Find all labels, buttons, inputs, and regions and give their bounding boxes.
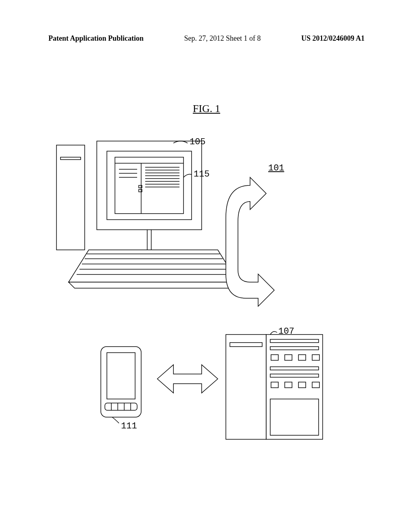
desktop-tower-icon — [56, 145, 85, 250]
leader-107 — [270, 331, 277, 335]
ref-111: 111 — [121, 421, 137, 431]
ref-105: 105 — [190, 137, 206, 147]
leader-111 — [112, 417, 119, 423]
header-right: US 2012/0246009 A1 — [301, 34, 365, 43]
ref-107: 107 — [278, 326, 294, 337]
svg-rect-39 — [266, 335, 323, 439]
server-icon — [226, 335, 323, 439]
header-center: Sep. 27, 2012 Sheet 1 of 8 — [184, 34, 261, 43]
svg-marker-36 — [157, 365, 218, 393]
svg-marker-22 — [69, 250, 238, 282]
figure-label: FIG. 1 — [193, 103, 220, 115]
double-arrow-icon — [157, 365, 218, 393]
diagram-canvas: 105 115 101 107 111 — [48, 133, 365, 463]
svg-rect-2 — [97, 141, 202, 230]
svg-marker-28 — [69, 282, 238, 288]
svg-rect-37 — [226, 335, 266, 439]
header-left: Patent Application Publication — [48, 34, 144, 43]
page-header: Patent Application Publication Sep. 27, … — [0, 34, 413, 43]
curved-arrow-icon — [226, 177, 274, 306]
ref-115: 115 — [194, 169, 210, 179]
ref-101: 101 — [268, 163, 284, 173]
svg-rect-0 — [56, 145, 85, 250]
monitor-icon — [97, 141, 202, 250]
diagram-svg — [48, 133, 365, 463]
mobile-device-icon — [101, 347, 141, 417]
keyboard-icon — [69, 250, 238, 288]
